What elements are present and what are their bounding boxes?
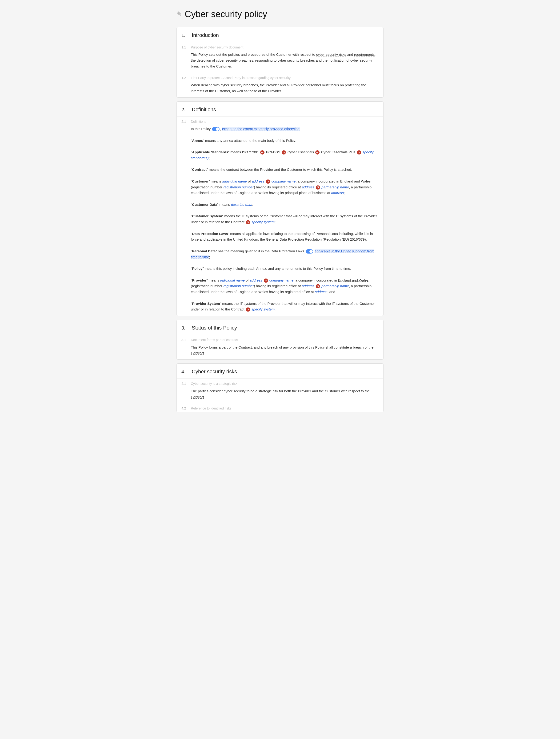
subsection-header-1-2: 1.2First Party to protect Second Party i… [177,73,383,82]
subsection-body-4-1: The parties consider cyber security to b… [177,388,383,403]
subsection-4-1: 4.1Cyber security is a strategic riskThe… [177,379,383,403]
subsection-2-1: 2.1DefinitionsIn this Policy , except to… [177,117,383,316]
subsection-number-2-1: 2.1 [181,119,188,124]
section-title-2: Definitions [192,105,216,114]
subsection-header-3-1: 3.1Document forms part of contract [177,335,383,343]
subsection-label-1-1: Purpose of cyber security document [191,45,243,50]
subsection-label-3-1: Document forms part of contract [191,337,238,342]
section-title-4: Cyber security risks [192,367,237,376]
subsection-number-3-1: 3.1 [181,337,188,342]
subsection-body-2-1: In this Policy , except to the extent ex… [177,125,383,316]
subsection-number-1-1: 1.1 [181,45,188,50]
subsection-header-2-1: 2.1Definitions [177,117,383,125]
section-header-3: 3.Status of this Policy [177,320,383,335]
document-title: Cyber security policy [185,7,267,21]
subsection-header-4-2: 4.2Reference to identified risks [177,403,383,412]
document-title-area: ✎ Cyber security policy [176,7,384,21]
subsection-1-1: 1.1Purpose of cyber security documentThi… [177,42,383,73]
section-header-2: 2.Definitions [177,102,383,117]
page-container: ✎ Cyber security policy 1.Introduction1.… [172,0,388,423]
document-icon: ✎ [176,9,182,19]
section-number-2: 2. [181,106,188,113]
section-card-2: 2.Definitions2.1DefinitionsIn this Polic… [176,101,384,316]
section-number-3: 3. [181,324,188,332]
subsection-3-1: 3.1Document forms part of contractThis P… [177,335,383,359]
section-header-1: 1.Introduction [177,27,383,42]
subsection-label-1-2: First Party to protect Second Party inte… [191,75,291,81]
section-card-3: 3.Status of this Policy3.1Document forms… [176,320,384,359]
subsection-number-4-1: 4.1 [181,381,188,386]
section-card-1: 1.Introduction1.1Purpose of cyber securi… [176,27,384,98]
section-number-4: 4. [181,368,188,376]
section-number-1: 1. [181,31,188,39]
subsection-header-1-1: 1.1Purpose of cyber security document [177,42,383,51]
subsection-label-4-2: Reference to identified risks [191,406,232,411]
subsection-number-4-2: 4.2 [181,406,188,411]
subsection-body-3-1: This Policy forms a part of the Contract… [177,344,383,359]
subsection-header-4-1: 4.1Cyber security is a strategic risk [177,379,383,387]
subsection-number-1-2: 1.2 [181,75,188,81]
subsection-body-1-1: This Policy sets out the policies and pr… [177,51,383,72]
section-card-4: 4.Cyber security risks4.1Cyber security … [176,363,384,412]
section-title-3: Status of this Policy [192,324,237,332]
subsection-body-1-2: When dealing with cyber security breache… [177,82,383,97]
sections-container: 1.Introduction1.1Purpose of cyber securi… [176,27,384,412]
subsection-4-2: 4.2Reference to identified risks [177,403,383,412]
subsection-1-2: 1.2First Party to protect Second Party i… [177,73,383,97]
subsection-label-2-1: Definitions [191,119,206,124]
section-header-4: 4.Cyber security risks [177,363,383,379]
section-title-1: Introduction [192,31,219,39]
subsection-label-4-1: Cyber security is a strategic risk [191,381,238,386]
